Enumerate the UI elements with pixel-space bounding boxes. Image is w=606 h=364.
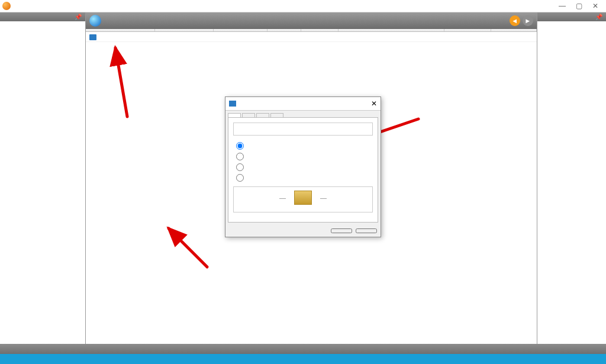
connection-group	[233, 123, 373, 136]
col-status	[214, 29, 267, 31]
tab-details[interactable]	[242, 113, 255, 117]
minimize-button[interactable]: —	[554, 2, 570, 10]
nav-forward-button[interactable]: ►	[523, 15, 533, 26]
adapter-status-dialog: ✕ — —	[225, 96, 381, 237]
col-name	[86, 29, 155, 31]
radio-auto-detect[interactable]	[233, 140, 373, 150]
dialog-titlebar[interactable]: ✕	[225, 97, 381, 111]
nav-back-button[interactable]: ◄	[510, 15, 520, 26]
tab-general[interactable]	[228, 113, 241, 117]
col-speed	[301, 29, 339, 31]
col-type	[155, 29, 214, 31]
pin-icon[interactable]: 📌	[75, 14, 82, 20]
col-ip	[444, 29, 491, 31]
tasks-bar[interactable]	[0, 344, 606, 354]
adapter-icon	[229, 101, 236, 107]
dialog-tabs	[225, 111, 381, 117]
globe-icon	[89, 15, 101, 27]
adapter-icon	[89, 34, 96, 40]
adapter-row[interactable]	[86, 32, 537, 42]
navigation-header: 📌	[0, 12, 85, 21]
navigation-panel: 📌	[0, 12, 86, 344]
packets-group: — —	[233, 186, 373, 212]
col-dev	[339, 29, 444, 31]
pin-icon[interactable]: 📌	[595, 14, 602, 20]
titlebar: — ▢ ✕	[0, 0, 606, 12]
navigation-tree[interactable]	[0, 21, 85, 344]
network-card-icon	[294, 191, 312, 205]
col-usage	[267, 29, 301, 31]
content-header: ◄ ►	[86, 12, 537, 29]
col-gw	[491, 29, 537, 31]
close-icon[interactable]: ✕	[371, 99, 377, 108]
close-button[interactable]: ✕	[587, 2, 604, 10]
radio-external[interactable]	[233, 162, 373, 171]
app-orb-icon	[2, 2, 11, 10]
status-bar	[0, 354, 606, 364]
maximize-button[interactable]: ▢	[570, 2, 587, 10]
radio-internal[interactable]	[233, 151, 373, 160]
tab-performance[interactable]	[256, 113, 269, 117]
tab-advanced[interactable]	[270, 113, 283, 117]
help-panel: 📌	[537, 12, 606, 344]
ok-button[interactable]	[331, 228, 352, 233]
help-header: 📌	[537, 12, 606, 21]
cancel-button[interactable]	[356, 228, 377, 233]
radio-dmz[interactable]	[233, 172, 373, 182]
